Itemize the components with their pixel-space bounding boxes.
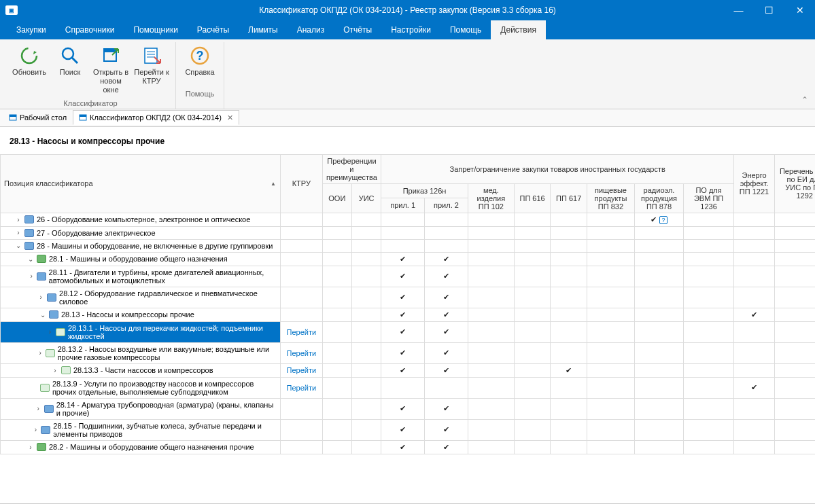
svg-point-1 — [63, 48, 73, 59]
check-icon: ✔ — [443, 272, 449, 280]
col-energy[interactable]: Энерго эффект. ПП 1221 — [734, 154, 775, 213]
ktru-link[interactable]: Перейти — [287, 349, 317, 357]
col-uis[interactable]: УИС — [351, 183, 381, 213]
menu-анализ[interactable]: Анализ — [288, 20, 334, 39]
grid-container[interactable]: Позиция классификатора▲ КТРУ Преференции… — [0, 154, 815, 502]
col-pp617[interactable]: ПП 617 — [551, 183, 587, 213]
sort-asc-icon: ▲ — [271, 181, 276, 187]
table-row[interactable]: ›27 - Оборудование электрическое — [1, 226, 816, 239]
table-row[interactable]: ›26 - Оборудование компьютерное, электро… — [1, 213, 816, 226]
expand-icon[interactable]: › — [33, 426, 38, 433]
ribbon-group-Помощь: ?СправкаПомощь — [176, 42, 224, 109]
col-ooi[interactable]: ООИ — [322, 183, 351, 213]
ribbon-help-button[interactable]: ?Справка — [180, 42, 220, 88]
menu-помощники[interactable]: Помощники — [124, 20, 187, 39]
ribbon-group-label: Помощь — [186, 90, 215, 98]
table-row[interactable]: ›28.2 - Машины и оборудование общего наз… — [1, 440, 816, 454]
expand-icon[interactable]: › — [15, 216, 22, 223]
svg-point-0 — [22, 48, 37, 63]
row-text: 27 - Оборудование электрическое — [37, 229, 156, 237]
maximize-button[interactable]: ☐ — [754, 0, 784, 20]
menu-расчёты[interactable]: Расчёты — [188, 20, 239, 39]
table-row[interactable]: ›28.14 - Арматура трубопроводная (армату… — [1, 398, 816, 419]
help-icon[interactable]: ? — [659, 216, 667, 224]
folder-icon — [37, 255, 46, 263]
menu-помощь[interactable]: Помощь — [440, 20, 491, 39]
expand-icon[interactable]: › — [15, 229, 22, 236]
col-ban[interactable]: Запрет/ограничение закупки товаров иност… — [381, 154, 734, 183]
doc-tab[interactable]: Рабочий стол — [3, 110, 73, 125]
menu-закупки[interactable]: Закупки — [7, 20, 56, 39]
row-text: 28.12 - Оборудование гидравлическое и пн… — [59, 289, 277, 306]
col-position[interactable]: Позиция классификатора▲ — [1, 154, 281, 213]
classifier-grid[interactable]: Позиция классификатора▲ КТРУ Преференции… — [0, 154, 815, 454]
menu-лимиты[interactable]: Лимиты — [239, 20, 288, 39]
expand-icon[interactable]: › — [29, 272, 34, 280]
col-prikaz126[interactable]: Приказ 126н — [381, 183, 468, 198]
table-row[interactable]: ›28.13.3 - Части насосов и компрессоровП… — [1, 363, 816, 377]
row-text: 28.13.3 - Части насосов и компрессоров — [73, 366, 213, 374]
ktru-link[interactable]: Перейти — [287, 366, 317, 374]
svg-rect-5 — [145, 48, 157, 63]
col-pril1[interactable]: прил. 1 — [381, 198, 425, 213]
menu-справочники[interactable]: Справочники — [56, 20, 124, 39]
col-evm[interactable]: ПО для ЭВМ ПП 1236 — [684, 183, 734, 213]
table-row[interactable]: ›28.15 - Подшипники, зубчатые колеса, зу… — [1, 419, 816, 440]
table-row[interactable]: ⌄28 - Машины и оборудование, не включенн… — [1, 239, 816, 252]
col-food[interactable]: пищевые продукты ПП 832 — [587, 183, 634, 213]
check-icon: ✔ — [651, 215, 657, 223]
expand-icon[interactable]: › — [52, 367, 58, 374]
col-pp616[interactable]: ПП 616 — [514, 183, 551, 213]
table-row[interactable]: ⌄28.1 - Машины и оборудование общего наз… — [1, 252, 816, 266]
table-row[interactable]: ›28.12 - Оборудование гидравлическое и п… — [1, 287, 816, 308]
expand-icon[interactable]: › — [38, 349, 43, 357]
ribbon-newwin-button[interactable]: Открыть в новом окне — [91, 42, 131, 98]
svg-rect-14 — [80, 115, 86, 117]
doc-tab[interactable]: Классификатор ОКПД2 (ОК 034-2014)✕ — [73, 110, 239, 125]
row-text: 28.11 - Двигатели и турбины, кроме двига… — [49, 268, 277, 285]
expand-icon[interactable]: › — [35, 405, 41, 412]
ribbon-refresh-button[interactable]: Обновить — [10, 42, 49, 98]
col-pril2[interactable]: прил. 2 — [425, 198, 468, 213]
close-button[interactable]: ✕ — [784, 0, 815, 20]
row-text: 26 - Оборудование компьютерное, электрон… — [37, 215, 250, 223]
ribbon-search-button[interactable]: Поиск — [50, 42, 90, 98]
menu-настройки[interactable]: Настройки — [381, 20, 440, 39]
expand-icon[interactable]: › — [47, 328, 53, 336]
expand-icon[interactable]: ⌄ — [27, 255, 34, 263]
document-icon — [56, 328, 65, 336]
menu-действия[interactable]: Действия — [491, 20, 546, 39]
check-icon: ✔ — [400, 310, 406, 319]
table-row[interactable]: 28.13.9 - Услуги по производству насосов… — [1, 377, 816, 398]
ribbon-ktru-button[interactable]: Перейти к КТРУ — [132, 42, 171, 98]
ktru-link[interactable]: Перейти — [287, 384, 317, 392]
content-area: 28.13 - Насосы и компрессоры прочие Пози… — [0, 127, 815, 503]
newwin-icon — [100, 45, 122, 67]
col-radio[interactable]: радиоэл. продукция ПП 878 — [634, 183, 683, 213]
ribbon-group-label: Классификатор — [63, 99, 117, 107]
table-row[interactable]: ›28.13.2 - Насосы воздушные или вакуумны… — [1, 342, 816, 363]
check-icon: ✔ — [400, 348, 406, 357]
col-ktru[interactable]: КТРУ — [280, 154, 322, 213]
row-text: 28.13.1 - Насосы для перекачки жидкостей… — [68, 324, 277, 340]
menu-отчёты[interactable]: Отчёты — [334, 20, 381, 39]
minimize-button[interactable]: — — [723, 0, 754, 20]
expand-icon[interactable]: › — [38, 293, 44, 301]
table-row[interactable]: ›28.13.1 - Насосы для перекачки жидкосте… — [1, 321, 816, 342]
check-icon: ✔ — [443, 366, 449, 374]
col-pref[interactable]: Преференции и преимущества — [322, 154, 381, 183]
table-row[interactable]: ⌄28.13 - Насосы и компрессоры прочие✔✔✔ — [1, 308, 816, 321]
row-text: 28.14 - Арматура трубопроводная (арматур… — [56, 401, 277, 417]
table-row[interactable]: ›28.11 - Двигатели и турбины, кроме двиг… — [1, 266, 816, 287]
ktru-link[interactable]: Перейти — [287, 328, 317, 336]
ribbon-collapse-button[interactable]: ⌃ — [801, 95, 808, 105]
tab-close-button[interactable]: ✕ — [227, 113, 233, 122]
expand-icon[interactable]: › — [27, 444, 34, 451]
check-icon: ✔ — [400, 366, 406, 374]
col-tru[interactable]: Перечень ТРУ по ЕИ для УИС по ПП 1292 — [774, 154, 815, 213]
row-text: 28.13 - Насосы и компрессоры прочие — [61, 310, 194, 319]
expand-icon[interactable]: ⌄ — [39, 311, 46, 319]
col-med[interactable]: мед. изделия ПП 102 — [468, 183, 514, 213]
check-icon: ✔ — [443, 310, 449, 319]
expand-icon[interactable]: ⌄ — [15, 242, 22, 249]
